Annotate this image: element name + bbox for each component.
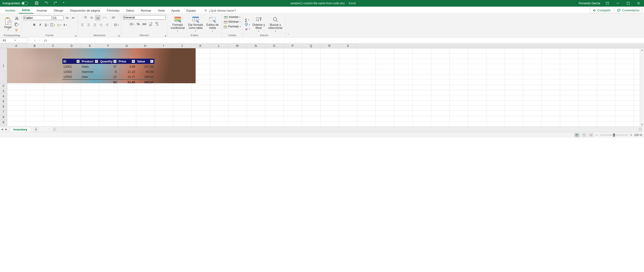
font-name-select[interactable] [24, 16, 52, 20]
formula-input[interactable] [51, 38, 644, 43]
horizontal-scrollbar[interactable] [53, 127, 642, 131]
sort-filter-button[interactable]: AZ Ordenar y filtrar▾ [251, 16, 266, 32]
autosave-toggle[interactable]: Autoguardado [2, 2, 28, 5]
dialog-launcher-icon[interactable]: ◢ [75, 34, 76, 37]
table-row[interactable]: 12001 Nails 37 3,99 147,63 [62, 64, 154, 69]
tab-data[interactable]: Datos [123, 7, 138, 14]
row-header[interactable]: 6 [0, 104, 7, 109]
clear-button[interactable]: ▾ [245, 27, 250, 31]
number-format-select[interactable] [123, 15, 166, 20]
row-header[interactable]: 5 [0, 99, 7, 104]
normal-view-button[interactable] [574, 133, 580, 137]
bold-button[interactable]: N [32, 22, 37, 28]
row-header[interactable]: 2 [0, 83, 7, 89]
sheet-nav-next[interactable]: ▶ [4, 128, 8, 131]
table-header-product[interactable]: Product▼ [81, 59, 99, 64]
column-headers[interactable]: ABCDEFGHIJKLMNOPQRS [7, 44, 640, 48]
filter-icon[interactable]: ▼ [95, 60, 98, 63]
wrap-text-button[interactable]: ab [111, 15, 116, 20]
toggle-off-icon[interactable] [22, 2, 28, 5]
format-as-table-button[interactable]: Dar formato como tabla▾ [187, 16, 204, 32]
column-header[interactable]: D [62, 44, 81, 48]
minimize-icon[interactable] [615, 1, 621, 6]
align-middle-button[interactable] [89, 15, 94, 20]
fill-button[interactable]: ▾ [245, 23, 250, 26]
collapse-ribbon-button[interactable]: ˄ [286, 15, 291, 37]
zoom-in-button[interactable]: + [630, 133, 632, 137]
font-color-button[interactable]: A [62, 22, 68, 28]
find-select-button[interactable]: Buscar y seleccionar▾ [268, 16, 284, 32]
cell-grid[interactable]: ID▼ Product▼ Quantity▼ Price▼ Value▼ 120… [7, 48, 640, 126]
table-header-value[interactable]: Value▼ [136, 59, 154, 64]
column-header[interactable]: I [154, 44, 173, 48]
tab-file[interactable]: Archivo [2, 7, 19, 14]
column-header[interactable]: G [118, 44, 136, 48]
filter-icon[interactable]: ▼ [114, 60, 116, 63]
column-header[interactable]: A [7, 44, 26, 48]
cut-button[interactable] [14, 16, 19, 21]
filter-icon[interactable]: ▼ [132, 60, 135, 63]
decrease-font-button[interactable]: A▾ [71, 15, 76, 20]
autosum-button[interactable]: ∑▾ [245, 18, 250, 22]
cell-styles-button[interactable]: Estilos de celda▾ [205, 16, 220, 32]
cancel-formula-button[interactable]: ✕ [34, 39, 36, 42]
align-left-button[interactable] [80, 22, 85, 28]
qat-customize-icon[interactable]: ▾ [63, 1, 67, 6]
underline-button[interactable]: S [44, 22, 49, 28]
row-header[interactable]: 8 [0, 114, 7, 120]
row-header[interactable]: 4 [0, 94, 7, 99]
conditional-formatting-button[interactable]: Formato condicional▾ [170, 16, 186, 32]
column-header[interactable]: H [136, 44, 154, 48]
undo-icon[interactable] [44, 1, 48, 6]
tab-draw[interactable]: Dibujar [50, 7, 66, 14]
row-header[interactable]: 3 [0, 89, 7, 94]
delete-cells-button[interactable]: Eliminar▾ [224, 20, 240, 24]
filter-icon[interactable]: ▼ [150, 60, 153, 63]
zoom-out-button[interactable]: − [596, 133, 598, 137]
row-header[interactable]: 1 [0, 48, 7, 83]
scroll-up-icon[interactable]: ▲ [640, 49, 644, 51]
row-header[interactable]: 7 [0, 109, 7, 114]
fill-color-button[interactable] [56, 22, 62, 28]
fx-icon[interactable]: ƒx [44, 39, 48, 42]
tab-home[interactable]: Inicio [19, 7, 33, 14]
tab-help[interactable]: Ayuda [168, 7, 183, 14]
increase-indent-button[interactable] [104, 22, 110, 28]
column-header[interactable]: Q [302, 44, 320, 48]
table-header-id[interactable]: ID▼ [62, 59, 81, 64]
column-header[interactable]: J [173, 44, 191, 48]
format-cells-button[interactable]: Formato▾ [224, 25, 241, 28]
column-header[interactable]: L [210, 44, 228, 48]
percent-button[interactable]: % [136, 22, 141, 27]
column-header[interactable]: B [26, 44, 44, 48]
vertical-scrollbar[interactable]: ▲ ▼ [640, 48, 644, 126]
column-header[interactable]: N [247, 44, 265, 48]
format-painter-button[interactable] [14, 28, 19, 33]
table-row[interactable]: 12003 Saw 12 15,37 184,44 [62, 74, 154, 80]
decrease-indent-button[interactable] [98, 22, 104, 28]
column-header[interactable]: E [81, 44, 99, 48]
tell-me-search[interactable]: ¿Qué desea hacer? [201, 7, 239, 14]
column-header[interactable]: K [191, 44, 210, 48]
table-row[interactable]: 12002 Hammer 5 12,10 60,50 [62, 69, 154, 74]
column-header[interactable]: M [228, 44, 247, 48]
save-icon[interactable] [35, 1, 39, 6]
share-button[interactable]: Compartir [590, 8, 613, 13]
decrease-decimal-button[interactable]: ,00→0 [154, 22, 159, 27]
select-all-corner[interactable] [0, 44, 7, 48]
zoom-slider[interactable] [600, 135, 628, 136]
paste-button[interactable]: Pegar ▾ [3, 17, 13, 32]
column-header[interactable]: S [339, 44, 357, 48]
user-name[interactable]: Fernando García [578, 2, 600, 5]
tab-insert[interactable]: Insertar [33, 7, 50, 14]
align-center-button[interactable] [86, 22, 91, 28]
filter-icon[interactable]: ▼ [76, 60, 80, 63]
tab-formulas[interactable]: Fórmulas [104, 7, 123, 14]
accounting-format-button[interactable] [130, 22, 135, 27]
sheet-tab-inventory[interactable]: Inventory [10, 127, 31, 132]
column-header[interactable]: R [320, 44, 339, 48]
dialog-launcher-icon[interactable]: ◢ [164, 34, 166, 37]
chevron-down-icon[interactable]: ▼ [14, 39, 26, 41]
page-layout-view-button[interactable] [582, 133, 586, 137]
comments-button[interactable]: Comentarios [615, 8, 642, 13]
